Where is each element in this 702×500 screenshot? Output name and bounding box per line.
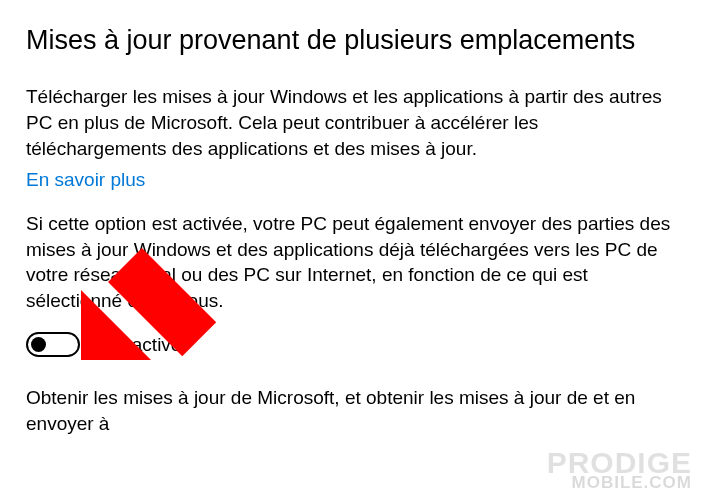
delivery-optimization-toggle[interactable] (26, 332, 80, 357)
intro-text: Télécharger les mises à jour Windows et … (26, 84, 676, 161)
watermark-line1: PRODIGE (547, 450, 692, 476)
page-title: Mises à jour provenant de plusieurs empl… (26, 22, 676, 58)
learn-more-link[interactable]: En savoir plus (26, 167, 676, 193)
watermark: PRODIGE MOBILE.COM (547, 450, 692, 490)
toggle-state-label: Désactivé (98, 332, 181, 358)
details-text: Si cette option est activée, votre PC pe… (26, 211, 676, 314)
toggle-knob (31, 337, 46, 352)
footer-text: Obtenir les mises à jour de Microsoft, e… (26, 385, 676, 436)
